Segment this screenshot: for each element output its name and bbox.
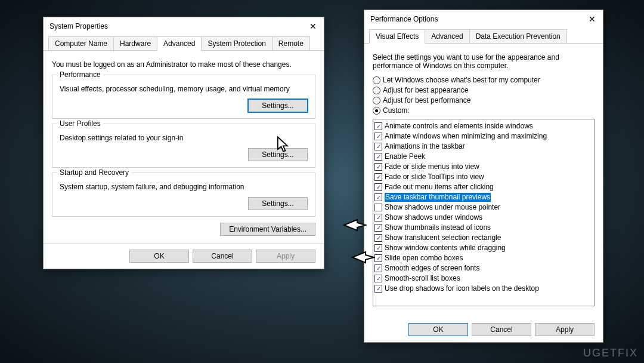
checkbox-item[interactable]: Fade or slide menus into view [374,162,593,171]
dialog-buttons: OK Cancel Apply [44,243,324,269]
window-title: Performance Options [370,15,438,23]
checkbox-icon[interactable] [374,244,382,252]
checkbox-item[interactable]: Show window contents while dragging [374,244,593,253]
group-legend: Startup and Recovery [57,168,131,177]
checkbox-item[interactable]: Show translucent selection rectangle [374,233,593,242]
checkbox-icon[interactable] [374,234,382,242]
window-title: System Properties [49,22,108,30]
intro-text: You must be logged on as an Administrato… [52,60,315,69]
radio-icon[interactable] [373,87,380,94]
group-legend: Performance [57,70,103,79]
checkbox-label: Animations in the taskbar [385,142,465,151]
checkbox-label: Show shadows under windows [385,213,482,222]
checkbox-item[interactable]: Show shadows under windows [374,213,593,222]
radio-label: Custom: [383,106,410,115]
startup-settings-button[interactable]: Settings... [248,197,308,210]
checkbox-label: Enable Peek [385,152,425,161]
group-desc: System startup, system failure, and debu… [60,183,308,191]
checkbox-icon[interactable] [374,214,382,222]
tab-advanced[interactable]: Advanced [157,36,202,51]
checkbox-item[interactable]: Save taskbar thumbnail previews [374,193,593,202]
radio-option[interactable]: Custom: [373,106,595,115]
checkbox-item[interactable]: Fade or slide ToolTips into view [374,173,593,182]
checkbox-icon[interactable] [374,183,382,191]
titlebar[interactable]: System Properties ✕ [44,17,324,34]
checkbox-icon[interactable] [374,285,382,293]
profiles-settings-button[interactable]: Settings... [248,148,308,161]
checkbox-label: Show thumbnails instead of icons [385,223,491,232]
radio-label: Adjust for best performance [383,96,470,105]
checkbox-label: Use drop shadows for icon labels on the … [385,284,539,293]
group-startup-recovery: Startup and Recovery System startup, sys… [52,173,315,217]
tab-data-execution-prevention[interactable]: Data Execution Prevention [469,29,567,43]
tab-visual-effects[interactable]: Visual Effects [369,29,425,44]
checkbox-icon[interactable] [374,264,382,272]
group-desc: Desktop settings related to your sign-in [60,134,308,142]
cancel-button[interactable]: Cancel [472,323,531,336]
checkbox-item[interactable]: Smooth-scroll list boxes [374,274,593,283]
checkbox-item[interactable]: Animations in the taskbar [374,142,593,151]
visual-effects-listbox[interactable]: Animate controls and elements inside win… [373,119,595,306]
tabstrip: Computer NameHardwareAdvancedSystem Prot… [44,34,324,51]
group-user-profiles: User Profiles Desktop settings related t… [52,124,315,168]
checkbox-item[interactable]: Animate windows when minimizing and maxi… [374,132,593,141]
checkbox-item[interactable]: Animate controls and elements inside win… [374,122,593,131]
checkbox-icon[interactable] [374,204,382,211]
apply-button[interactable]: Apply [256,250,315,263]
checkbox-icon[interactable] [374,193,382,201]
checkbox-label: Slide open combo boxes [385,254,463,263]
checkbox-icon[interactable] [374,143,382,150]
checkbox-label: Show shadows under mouse pointer [385,203,500,212]
pointer-arrow-icon [343,219,367,232]
env-vars-button[interactable]: Environment Variables... [220,223,315,236]
tab-remote[interactable]: Remote [272,36,310,50]
checkbox-label: Show translucent selection rectangle [385,233,501,242]
checkbox-label: Animate windows when minimizing and maxi… [385,132,547,141]
checkbox-icon[interactable] [374,133,382,140]
cancel-button[interactable]: Cancel [193,250,252,263]
checkbox-icon[interactable] [374,275,382,282]
checkbox-icon[interactable] [374,153,382,161]
checkbox-item[interactable]: Show shadows under mouse pointer [374,203,593,212]
ok-button[interactable]: OK [129,250,189,263]
checkbox-icon[interactable] [374,163,382,171]
checkbox-label: Smooth-scroll list boxes [385,274,460,283]
checkbox-icon[interactable] [374,122,382,130]
checkbox-icon[interactable] [374,224,382,232]
close-icon[interactable]: ✕ [586,14,598,24]
performance-options-window: Performance Options ✕ Visual EffectsAdva… [364,10,603,343]
tab-advanced[interactable]: Advanced [425,29,469,43]
system-properties-window: System Properties ✕ Computer NameHardwar… [43,17,324,269]
tabstrip: Visual EffectsAdvancedData Execution Pre… [364,27,603,44]
group-performance: Performance Visual effects, processor sc… [52,75,315,119]
checkbox-item[interactable]: Use drop shadows for icon labels on the … [374,284,593,293]
checkbox-icon[interactable] [374,173,382,181]
radio-option[interactable]: Let Windows choose what's best for my co… [373,76,595,85]
checkbox-item[interactable]: Fade out menu items after clicking [374,183,593,192]
dialog-buttons: OK Cancel Apply [364,317,603,342]
tab-computer-name[interactable]: Computer Name [48,36,114,50]
tab-panel-visual-effects: Select the settings you want to use for … [364,44,603,317]
radio-option[interactable]: Adjust for best appearance [373,86,595,95]
close-icon[interactable]: ✕ [307,21,319,32]
checkbox-label: Fade out menu items after clicking [385,183,494,192]
group-legend: User Profiles [57,119,103,128]
performance-settings-button[interactable]: Settings... [248,99,308,112]
checkbox-icon[interactable] [374,254,382,262]
tab-panel-advanced: You must be logged on as an Administrato… [44,51,324,243]
radio-icon[interactable] [373,76,380,84]
radio-option[interactable]: Adjust for best performance [373,96,595,105]
tab-hardware[interactable]: Hardware [113,36,157,50]
checkbox-item[interactable]: Show thumbnails instead of icons [374,223,593,232]
radio-icon[interactable] [373,107,380,115]
watermark: UGETFIX [583,347,638,359]
checkbox-item[interactable]: Enable Peek [374,152,593,161]
checkbox-item[interactable]: Slide open combo boxes [374,254,593,263]
radio-icon[interactable] [373,97,380,104]
apply-button[interactable]: Apply [535,323,595,336]
radio-label: Let Windows choose what's best for my co… [383,76,540,85]
ok-button[interactable]: OK [408,323,468,336]
checkbox-item[interactable]: Smooth edges of screen fonts [374,264,593,273]
titlebar[interactable]: Performance Options ✕ [364,10,603,27]
tab-system-protection[interactable]: System Protection [201,36,272,50]
